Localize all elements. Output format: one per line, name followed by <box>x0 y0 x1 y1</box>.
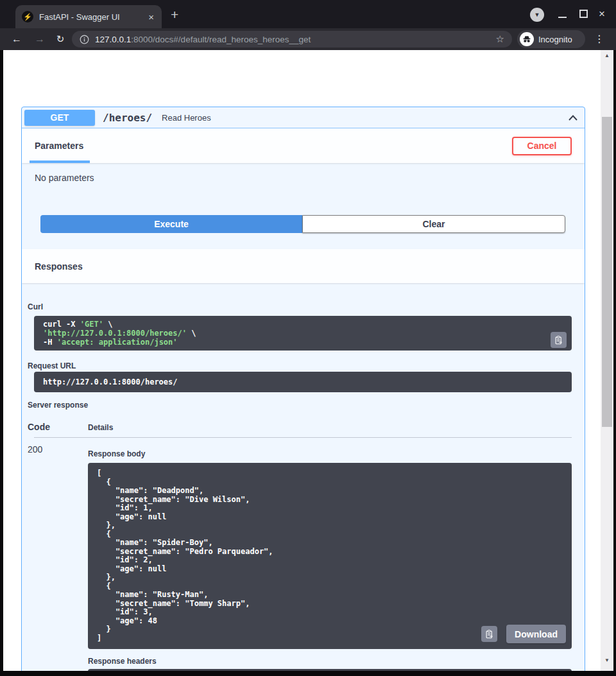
http-method-badge: GET <box>24 110 95 126</box>
incognito-spy-icon <box>520 32 534 46</box>
clear-button[interactable]: Clear <box>302 215 565 233</box>
tab-title: FastAPI - Swagger UI <box>39 12 147 22</box>
copy-curl-button[interactable] <box>551 332 567 348</box>
responses-header: Responses <box>22 249 585 283</box>
server-response-label: Server response <box>28 401 572 410</box>
no-parameters-text: No parameters <box>35 173 572 184</box>
response-body-label: Response body <box>88 449 572 458</box>
address-bar[interactable]: 127.0.0.1:8000/docs#/default/read_heroes… <box>72 31 512 48</box>
scrollbar-thumb[interactable] <box>602 117 612 427</box>
copy-response-button[interactable] <box>481 626 497 642</box>
parameters-body: No parameters Execute Clear <box>22 163 585 249</box>
endpoint-summary: Read Heroes <box>162 113 211 123</box>
code-column-header: Code <box>28 422 88 432</box>
details-column-header: Details <box>88 423 113 432</box>
curl-label: Curl <box>28 302 572 311</box>
swagger-page: GET /heroes/ Read Heroes Parameters Canc… <box>0 50 613 676</box>
execute-button[interactable]: Execute <box>40 215 302 233</box>
forward-button[interactable]: → <box>32 28 47 50</box>
incognito-badge: Incognito <box>517 30 585 48</box>
incognito-label: Incognito <box>538 35 572 44</box>
bookmark-star-icon[interactable]: ☆ <box>496 33 504 45</box>
window-minimize-button[interactable] <box>558 17 567 18</box>
execute-row: Execute Clear <box>40 215 565 233</box>
parameters-header: Parameters Cancel <box>22 128 585 163</box>
request-url-label: Request URL <box>28 361 572 370</box>
request-url-value: http://127.0.0.1:8000/heroes/ <box>34 372 572 392</box>
window-edge-left <box>0 50 3 676</box>
url-path: :8000/docs#/default/read_heroes_heroes__… <box>131 35 311 44</box>
opblock-get-heroes: GET /heroes/ Read Heroes Parameters Canc… <box>21 107 585 676</box>
tab-search-icon[interactable]: ▼ <box>530 8 544 22</box>
browser-menu-icon[interactable]: ⋮ <box>594 28 604 50</box>
reload-button[interactable]: ↻ <box>53 28 68 50</box>
active-tab-underline <box>30 160 90 163</box>
window-close-button[interactable]: × <box>599 7 605 21</box>
window-edge-bottom <box>0 671 616 676</box>
responses-body: Curl curl -X 'GET' \ 'http://127.0.0.1:8… <box>22 283 585 676</box>
scrollbar-up-icon[interactable]: ▲ <box>601 53 613 58</box>
page-info-icon[interactable] <box>80 35 89 44</box>
browser-toolbar: ← → ↻ 127.0.0.1:8000/docs#/default/read_… <box>0 28 616 50</box>
url-host: 127.0.0.1 <box>95 35 131 44</box>
response-body-actions: Download <box>481 625 566 643</box>
window-edge-right <box>613 50 616 676</box>
table-divider <box>34 437 572 438</box>
status-code: 200 <box>28 444 88 455</box>
cancel-button[interactable]: Cancel <box>512 137 572 155</box>
response-details: Response body [ { "name": "Deadpond", "s… <box>88 444 572 676</box>
response-row: 200 Response body [ { "name": "Deadpond"… <box>28 444 572 676</box>
response-table-header: Code Details <box>28 420 572 432</box>
page-scrollbar[interactable]: ▲ ▼ <box>601 50 613 671</box>
tab-close-icon[interactable]: × <box>147 12 155 22</box>
collapse-chevron-icon[interactable] <box>567 112 579 125</box>
response-headers-label: Response headers <box>88 657 572 666</box>
scrollbar-down-icon[interactable]: ▼ <box>601 657 613 663</box>
endpoint-path: /heroes/ <box>103 112 152 124</box>
window-maximize-button[interactable] <box>579 10 588 18</box>
response-body-json: [ { "name": "Deadpond", "secret_name": "… <box>88 463 572 649</box>
fastapi-favicon-icon: ⚡ <box>22 11 33 22</box>
parameters-title: Parameters <box>35 141 83 151</box>
tab-strip: ⚡ FastAPI - Swagger UI × + ▼ × <box>0 0 616 28</box>
download-button[interactable]: Download <box>506 625 566 643</box>
new-tab-button[interactable]: + <box>171 8 178 21</box>
url-text: 127.0.0.1:8000/docs#/default/read_heroes… <box>95 35 491 44</box>
browser-tab[interactable]: ⚡ FastAPI - Swagger UI × <box>15 5 162 28</box>
opblock-summary[interactable]: GET /heroes/ Read Heroes <box>22 107 585 128</box>
responses-title: Responses <box>35 261 83 272</box>
back-button[interactable]: ← <box>9 28 24 50</box>
browser-window: ⚡ FastAPI - Swagger UI × + ▼ × ← → ↻ 127… <box>0 0 616 676</box>
curl-command: curl -X 'GET' \ 'http://127.0.0.1:8000/h… <box>34 316 572 351</box>
